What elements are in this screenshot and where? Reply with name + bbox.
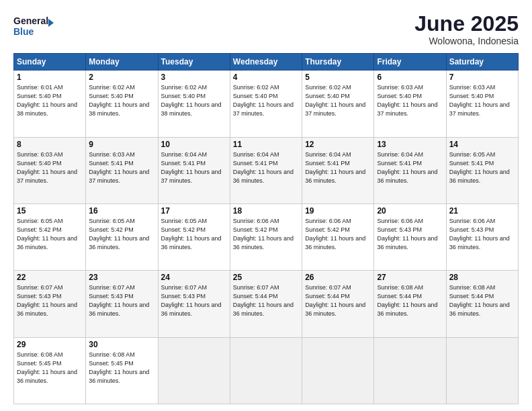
day-info: Sunrise: 6:07 AM Sunset: 5:43 PM Dayligh… (161, 283, 227, 318)
calendar-day: 19Sunrise: 6:06 AM Sunset: 5:42 PM Dayli… (302, 203, 374, 270)
month-title: June 2025 (414, 12, 519, 36)
day-number: 15 (17, 206, 83, 216)
day-number: 6 (377, 73, 443, 82)
logo-svg: General Blue (13, 12, 54, 39)
day-info: Sunrise: 6:08 AM Sunset: 5:45 PM Dayligh… (17, 351, 83, 385)
svg-text:Blue: Blue (13, 26, 34, 37)
calendar-day: 24Sunrise: 6:07 AM Sunset: 5:43 PM Dayli… (158, 271, 230, 337)
day-info: Sunrise: 6:07 AM Sunset: 5:43 PM Dayligh… (17, 283, 83, 318)
day-info: Sunrise: 6:03 AM Sunset: 5:40 PM Dayligh… (17, 150, 83, 185)
day-number: 2 (89, 73, 154, 82)
day-number: 7 (449, 73, 515, 82)
day-info: Sunrise: 6:08 AM Sunset: 5:44 PM Dayligh… (377, 283, 443, 318)
day-info: Sunrise: 6:05 AM Sunset: 5:41 PM Dayligh… (449, 150, 515, 185)
calendar-day: 12Sunrise: 6:04 AM Sunset: 5:41 PM Dayli… (302, 137, 374, 203)
day-info: Sunrise: 6:07 AM Sunset: 5:43 PM Dayligh… (89, 283, 154, 318)
day-info: Sunrise: 6:02 AM Sunset: 5:40 PM Dayligh… (305, 83, 371, 118)
day-info: Sunrise: 6:04 AM Sunset: 5:41 PM Dayligh… (161, 150, 227, 185)
day-number: 11 (233, 140, 299, 149)
day-number: 10 (161, 140, 227, 149)
calendar-week: 15Sunrise: 6:05 AM Sunset: 5:42 PM Dayli… (14, 203, 519, 270)
day-info: Sunrise: 6:06 AM Sunset: 5:43 PM Dayligh… (377, 217, 443, 252)
calendar-day: 26Sunrise: 6:07 AM Sunset: 5:44 PM Dayli… (302, 271, 374, 337)
day-info: Sunrise: 6:05 AM Sunset: 5:42 PM Dayligh… (17, 217, 83, 252)
day-info: Sunrise: 6:05 AM Sunset: 5:42 PM Dayligh… (89, 217, 154, 252)
day-info: Sunrise: 6:05 AM Sunset: 5:42 PM Dayligh… (161, 217, 227, 252)
calendar-week: 8Sunrise: 6:03 AM Sunset: 5:40 PM Daylig… (14, 137, 519, 203)
location: Wolowona, Indonesia (414, 36, 519, 46)
calendar-week: 22Sunrise: 6:07 AM Sunset: 5:43 PM Dayli… (14, 271, 519, 337)
title-section: June 2025 Wolowona, Indonesia (414, 12, 519, 46)
calendar-day: 27Sunrise: 6:08 AM Sunset: 5:44 PM Dayli… (374, 271, 446, 337)
day-number: 22 (17, 273, 83, 282)
calendar-day (302, 337, 374, 404)
day-number: 29 (17, 340, 83, 349)
day-number: 16 (89, 206, 154, 216)
day-number: 20 (377, 206, 443, 216)
day-info: Sunrise: 6:07 AM Sunset: 5:44 PM Dayligh… (305, 283, 371, 318)
calendar-day: 28Sunrise: 6:08 AM Sunset: 5:44 PM Dayli… (446, 271, 518, 337)
calendar-week: 1Sunrise: 6:01 AM Sunset: 5:40 PM Daylig… (14, 71, 519, 137)
calendar-body: 1Sunrise: 6:01 AM Sunset: 5:40 PM Daylig… (14, 71, 519, 404)
calendar-day: 11Sunrise: 6:04 AM Sunset: 5:41 PM Dayli… (230, 137, 302, 203)
day-info: Sunrise: 6:02 AM Sunset: 5:40 PM Dayligh… (233, 83, 299, 118)
calendar-day (230, 337, 302, 404)
weekday-header: Wednesday (230, 54, 302, 71)
calendar-week: 29Sunrise: 6:08 AM Sunset: 5:45 PM Dayli… (14, 337, 519, 404)
day-number: 25 (233, 273, 299, 282)
day-number: 18 (233, 206, 299, 216)
calendar-day: 6Sunrise: 6:03 AM Sunset: 5:40 PM Daylig… (374, 71, 446, 137)
day-number: 21 (449, 206, 515, 216)
day-number: 28 (449, 273, 515, 282)
day-number: 26 (305, 273, 371, 282)
day-info: Sunrise: 6:03 AM Sunset: 5:40 PM Dayligh… (377, 83, 443, 118)
day-info: Sunrise: 6:04 AM Sunset: 5:41 PM Dayligh… (305, 150, 371, 185)
calendar-header: SundayMondayTuesdayWednesdayThursdayFrid… (14, 54, 519, 71)
calendar-day: 8Sunrise: 6:03 AM Sunset: 5:40 PM Daylig… (14, 137, 86, 203)
calendar-day: 2Sunrise: 6:02 AM Sunset: 5:40 PM Daylig… (86, 71, 158, 137)
logo: General Blue (13, 12, 54, 39)
day-info: Sunrise: 6:06 AM Sunset: 5:42 PM Dayligh… (305, 217, 371, 252)
day-info: Sunrise: 6:02 AM Sunset: 5:40 PM Dayligh… (89, 83, 154, 118)
day-info: Sunrise: 6:04 AM Sunset: 5:41 PM Dayligh… (377, 150, 443, 185)
day-number: 30 (89, 340, 154, 349)
calendar-day: 17Sunrise: 6:05 AM Sunset: 5:42 PM Dayli… (158, 203, 230, 270)
calendar-day: 7Sunrise: 6:03 AM Sunset: 5:40 PM Daylig… (446, 71, 518, 137)
day-info: Sunrise: 6:06 AM Sunset: 5:42 PM Dayligh… (233, 217, 299, 252)
calendar-day: 21Sunrise: 6:06 AM Sunset: 5:43 PM Dayli… (446, 203, 518, 270)
day-number: 13 (377, 140, 443, 149)
calendar-day (374, 337, 446, 404)
day-number: 4 (233, 73, 299, 82)
calendar-day: 4Sunrise: 6:02 AM Sunset: 5:40 PM Daylig… (230, 71, 302, 137)
weekday-header: Saturday (446, 54, 518, 71)
svg-text:General: General (13, 15, 48, 26)
day-info: Sunrise: 6:08 AM Sunset: 5:44 PM Dayligh… (449, 283, 515, 318)
calendar-day: 25Sunrise: 6:07 AM Sunset: 5:44 PM Dayli… (230, 271, 302, 337)
day-info: Sunrise: 6:03 AM Sunset: 5:40 PM Dayligh… (449, 83, 515, 118)
calendar-day: 9Sunrise: 6:03 AM Sunset: 5:41 PM Daylig… (86, 137, 158, 203)
day-info: Sunrise: 6:08 AM Sunset: 5:45 PM Dayligh… (89, 351, 154, 385)
calendar-day: 1Sunrise: 6:01 AM Sunset: 5:40 PM Daylig… (14, 71, 86, 137)
calendar-day (158, 337, 230, 404)
day-info: Sunrise: 6:07 AM Sunset: 5:44 PM Dayligh… (233, 283, 299, 318)
calendar-day: 14Sunrise: 6:05 AM Sunset: 5:41 PM Dayli… (446, 137, 518, 203)
calendar-day (446, 337, 518, 404)
weekday-header: Sunday (14, 54, 86, 71)
day-number: 8 (17, 140, 83, 149)
day-number: 24 (161, 273, 227, 282)
calendar-day: 5Sunrise: 6:02 AM Sunset: 5:40 PM Daylig… (302, 71, 374, 137)
calendar-day: 29Sunrise: 6:08 AM Sunset: 5:45 PM Dayli… (14, 337, 86, 404)
day-number: 9 (89, 140, 154, 149)
day-info: Sunrise: 6:04 AM Sunset: 5:41 PM Dayligh… (233, 150, 299, 185)
day-number: 17 (161, 206, 227, 216)
day-info: Sunrise: 6:02 AM Sunset: 5:40 PM Dayligh… (161, 83, 227, 118)
weekday-header: Thursday (302, 54, 374, 71)
svg-marker-2 (48, 19, 54, 27)
day-number: 12 (305, 140, 371, 149)
day-number: 27 (377, 273, 443, 282)
weekday-header: Monday (86, 54, 158, 71)
calendar-day: 13Sunrise: 6:04 AM Sunset: 5:41 PM Dayli… (374, 137, 446, 203)
day-number: 3 (161, 73, 227, 82)
day-number: 19 (305, 206, 371, 216)
calendar-day: 16Sunrise: 6:05 AM Sunset: 5:42 PM Dayli… (86, 203, 158, 270)
